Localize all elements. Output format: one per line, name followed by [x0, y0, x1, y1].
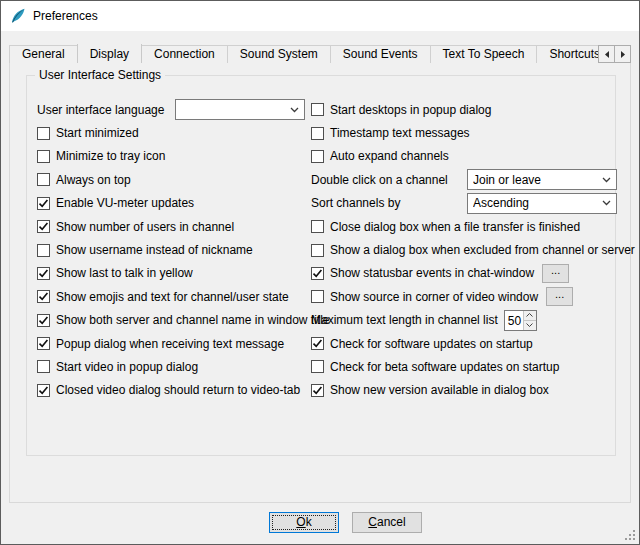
- checkbox-show-emojis-and-text-for-channel-user-stat[interactable]: [37, 290, 50, 303]
- checkbox-show-source-in-corner-of-video-window[interactable]: [311, 290, 324, 303]
- arrow-left-icon: [603, 50, 611, 59]
- checkbox-label: Popup dialog when receiving text message: [56, 337, 284, 351]
- title-bar: Preferences: [1, 1, 639, 31]
- checkmark-icon: [38, 268, 49, 279]
- field-label: Sort channels by: [311, 196, 400, 210]
- sort-channels-select[interactable]: Ascending: [467, 193, 617, 214]
- checkbox-timestamp-text-messages[interactable]: [311, 127, 324, 140]
- checkmark-icon: [38, 221, 49, 232]
- tab-scroll-right-button[interactable]: [614, 45, 631, 63]
- checkmark-icon: [312, 268, 323, 279]
- checkbox-label: Closed video dialog should return to vid…: [56, 383, 300, 397]
- checkbox-label: Show statusbar events in chat-window: [330, 266, 534, 280]
- field-label: Maximum text length in channel list: [311, 313, 498, 327]
- tab-sound-system[interactable]: Sound System: [227, 45, 331, 63]
- checkbox-label: Show username instead of nickname: [56, 243, 253, 257]
- tab-general[interactable]: General: [9, 45, 78, 63]
- settings-column-left: User interface languageStart minimizedMi…: [37, 98, 305, 402]
- field-label: User interface language: [37, 103, 164, 117]
- checkbox-label: Show new version available in dialog box: [330, 383, 549, 397]
- checkbox-show-statusbar-events-in-chat-window[interactable]: [311, 267, 324, 280]
- checkmark-icon: [38, 315, 49, 326]
- checkbox-label: Show both server and channel name in win…: [56, 313, 330, 327]
- checkbox-label: Start minimized: [56, 126, 139, 140]
- checkbox-label: Check for beta software updates on start…: [330, 360, 559, 374]
- checkmark-icon: [312, 385, 323, 396]
- checkbox-check-for-software-updates-on-startup[interactable]: [311, 337, 324, 350]
- checkbox-enable-vu-meter-updates[interactable]: [37, 197, 50, 210]
- checkbox-show-new-version-available-in-dialog-box[interactable]: [311, 384, 324, 397]
- chevron-down-icon: [602, 177, 611, 183]
- checkbox-show-a-dialog-box-when-excluded-from-chann[interactable]: [311, 244, 324, 257]
- tab-connection[interactable]: Connection: [141, 45, 228, 63]
- tab-scroll-control: [599, 45, 631, 63]
- app-icon: [10, 8, 26, 24]
- max-text-length-spin[interactable]: 50: [504, 310, 537, 331]
- checkbox-start-desktops-in-popup-dialog[interactable]: [311, 103, 324, 116]
- checkbox-label: Show a dialog box when excluded from cha…: [330, 243, 635, 257]
- checkbox-label: Show emojis and text for channel/user st…: [56, 290, 289, 304]
- checkbox-label: Minimize to tray icon: [56, 149, 165, 163]
- show-source-in-corner-of-video-window-options-button[interactable]: ...: [546, 287, 573, 306]
- checkbox-check-for-beta-software-updates-on-startup[interactable]: [311, 360, 324, 373]
- chevron-down-icon: [290, 107, 299, 113]
- chevron-down-icon: [602, 200, 611, 206]
- checkbox-auto-expand-channels[interactable]: [311, 150, 324, 163]
- tab-display[interactable]: Display: [77, 44, 142, 63]
- tab-scroll-left-button[interactable]: [598, 45, 615, 63]
- checkmark-icon: [38, 198, 49, 209]
- double-click-channel-select[interactable]: Join or leave: [467, 169, 617, 190]
- arrow-right-icon: [619, 50, 627, 59]
- checkmark-icon: [38, 291, 49, 302]
- checkbox-label: Close dialog box when a file transfer is…: [330, 220, 580, 234]
- checkbox-label: Auto expand channels: [330, 149, 449, 163]
- checkbox-always-on-top[interactable]: [37, 173, 50, 186]
- show-statusbar-events-in-chat-window-options-button[interactable]: ...: [542, 264, 569, 283]
- checkbox-show-username-instead-of-nickname[interactable]: [37, 244, 50, 257]
- tab-sound-events[interactable]: Sound Events: [330, 45, 431, 63]
- ok-button[interactable]: Ok: [269, 512, 339, 533]
- checkbox-label: Start video in popup dialog: [56, 360, 198, 374]
- checkbox-label: Enable VU-meter updates: [56, 196, 194, 210]
- checkmark-icon: [312, 338, 323, 349]
- checkbox-closed-video-dialog-should-return-to-video[interactable]: [37, 384, 50, 397]
- settings-column-right: Start desktops in popup dialogTimestamp …: [311, 98, 617, 402]
- checkbox-label: Show number of users in channel: [56, 220, 234, 234]
- checkbox-label: Timestamp text messages: [330, 126, 470, 140]
- checkbox-show-number-of-users-in-channel[interactable]: [37, 220, 50, 233]
- checkbox-label: Show source in corner of video window: [330, 290, 538, 304]
- checkbox-label: Show last to talk in yellow: [56, 266, 193, 280]
- preferences-dialog: Preferences GeneralDisplayConnectionSoun…: [0, 0, 640, 545]
- checkbox-label: Start desktops in popup dialog: [330, 103, 491, 117]
- tab-bar: GeneralDisplayConnectionSound SystemSoun…: [9, 44, 631, 63]
- checkbox-minimize-to-tray-icon[interactable]: [37, 150, 50, 163]
- checkbox-popup-dialog-when-receiving-text-message[interactable]: [37, 337, 50, 350]
- checkbox-label: Always on top: [56, 173, 131, 187]
- checkbox-start-video-in-popup-dialog[interactable]: [37, 360, 50, 373]
- resize-grip[interactable]: [623, 528, 636, 541]
- group-title: User Interface Settings: [35, 68, 165, 82]
- checkbox-show-both-server-and-channel-name-in-windo[interactable]: [37, 314, 50, 327]
- spin-down-button[interactable]: [524, 321, 536, 330]
- field-label: Double click on a channel: [311, 173, 448, 187]
- cancel-button[interactable]: Cancel: [352, 512, 422, 533]
- checkbox-close-dialog-box-when-a-file-transfer-is-f[interactable]: [311, 220, 324, 233]
- checkmark-icon: [38, 338, 49, 349]
- language-select[interactable]: [175, 99, 305, 120]
- checkbox-label: Check for software updates on startup: [330, 337, 533, 351]
- checkbox-show-last-to-talk-in-yellow[interactable]: [37, 267, 50, 280]
- window-title: Preferences: [33, 9, 98, 23]
- tab-text-to-speech[interactable]: Text To Speech: [430, 45, 538, 63]
- spin-up-button[interactable]: [524, 311, 536, 321]
- checkmark-icon: [38, 385, 49, 396]
- checkbox-start-minimized[interactable]: [37, 127, 50, 140]
